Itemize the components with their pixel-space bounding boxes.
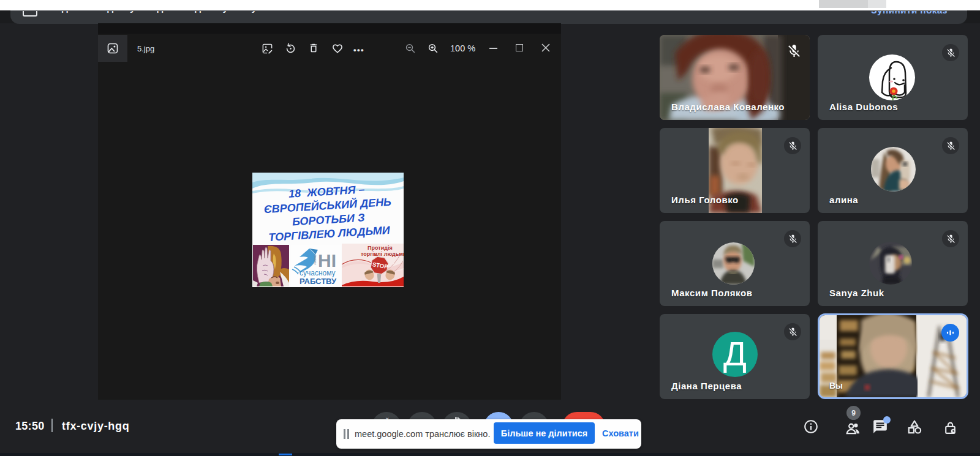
svg-text:Протидія: Протидія (368, 245, 393, 251)
svg-text:сучасному: сучасному (300, 269, 336, 277)
svg-text:РАБСТВУ: РАБСТВУ (300, 277, 337, 286)
svg-text:скажи: скажи (314, 255, 317, 264)
svg-text:торгівлі людьми: торгівлі людьми (361, 251, 404, 257)
svg-text:НІ: НІ (318, 250, 336, 271)
